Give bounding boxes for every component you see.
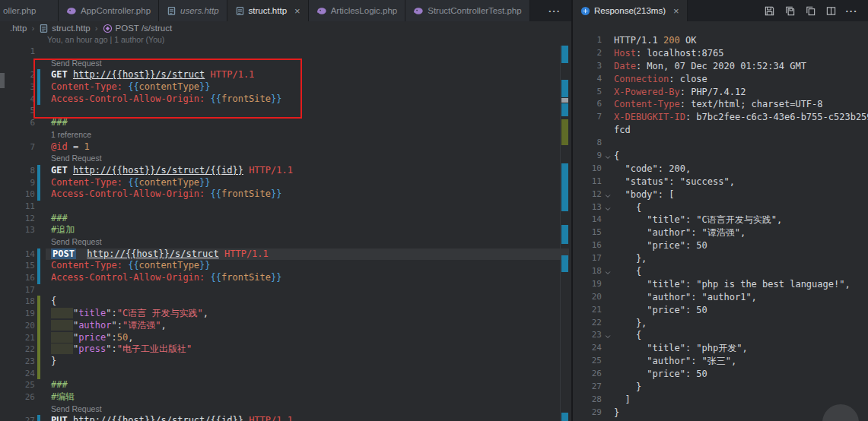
response-line[interactable]: 3Date: Mon, 07 Dec 2020 01:52:34 GMT [573, 60, 868, 73]
code-line[interactable]: 10Access-Control-Allow-Origin: {{frontSi… [0, 188, 571, 201]
save-copy-button[interactable] [780, 0, 800, 21]
more-button[interactable]: ··· [841, 0, 862, 21]
code-line[interactable]: 16Access-Control-Allow-Origin: {{frontSi… [0, 272, 571, 284]
line-number: 4 [573, 73, 602, 86]
codelens[interactable]: Send Request [0, 58, 571, 70]
line-number: 22 [573, 317, 602, 330]
line-number: 18 [573, 265, 602, 278]
code-line[interactable]: 3Content-Type: {{contentType}} [0, 81, 571, 93]
code-line[interactable]: 15Content-Type: {{contentType}} [0, 260, 571, 272]
response-line[interactable]: 14 "title": "C语言开发与实践", [573, 214, 868, 226]
tab-users.http[interactable]: users.http [159, 0, 227, 21]
response-editor[interactable]: 1HTTP/1.1 200 OK2Host: localhost:87653Da… [573, 21, 868, 421]
copy-button[interactable] [800, 0, 821, 21]
tab-label: struct.http [249, 6, 288, 15]
breadcrumb-item[interactable]: .http [10, 24, 27, 33]
left-more-actions-button[interactable]: ··· [538, 0, 571, 21]
response-line[interactable]: 21 "price": 50 [573, 304, 868, 317]
response-line[interactable]: 19 "title": "php is the best language!", [573, 278, 868, 291]
code-line[interactable]: 27PUT http://{{host}}/s/struct/{{id}} HT… [0, 415, 571, 421]
overview-ruler-border [560, 46, 561, 421]
http-file-editor[interactable]: 1Send Request2GET http://{{host}}/s/stru… [0, 46, 571, 421]
response-line[interactable]: 15 "author": "谭浩强", [573, 226, 868, 239]
code-line[interactable]: 25### [0, 379, 571, 391]
tab-struct.http[interactable]: struct.http× [227, 0, 309, 21]
response-line[interactable]: 17 }, [573, 252, 868, 265]
response-line[interactable]: 20 "author": "author1", [573, 291, 868, 304]
code-line[interactable]: 17 [0, 284, 571, 296]
code-line[interactable]: 9Content-Type: {{contentType}} [0, 177, 571, 189]
more-icon: ··· [548, 5, 561, 17]
code-line[interactable]: 14POST http://{{host}}/s/struct HTTP/1.1 [0, 248, 571, 261]
response-line[interactable]: 27 } [573, 381, 868, 394]
code-line[interactable]: 22 "press":"电子工业出版社" [0, 343, 571, 356]
response-line[interactable]: 2Host: localhost:8765 [573, 47, 868, 60]
line-number: 8 [0, 165, 35, 177]
response-line[interactable]: 16 "price": 50 [573, 239, 868, 252]
tab-StructControllerTest.php[interactable]: StructControllerTest.php [405, 0, 529, 21]
line-number: 24 [573, 342, 602, 355]
response-line[interactable]: 26 "price": 50 [573, 368, 868, 381]
gitlens-blame-annotation[interactable]: You, an hour ago | 1 author (You) [0, 35, 571, 46]
codelens[interactable]: Send Request [0, 404, 571, 416]
response-line[interactable]: 4Connection: close [573, 73, 868, 86]
breadcrumb-item[interactable]: struct.http [39, 24, 91, 33]
code-line[interactable]: 7@id = 1 [0, 141, 571, 154]
response-line[interactable]: 9{ [573, 150, 868, 163]
code-line[interactable]: 1 [0, 46, 571, 58]
code-line[interactable]: 2GET http://{{host}}/s/struct HTTP/1.1 [0, 69, 571, 81]
tab-response[interactable]: Response(213ms) × [573, 0, 688, 21]
code-line[interactable]: 6### [0, 117, 571, 129]
close-icon[interactable]: × [294, 6, 300, 16]
tab-oller.php[interactable]: oller.php [0, 0, 59, 21]
tab-AppController.php[interactable]: AppController.php [59, 0, 159, 21]
code-line[interactable]: 8GET http://{{host}}/s/struct/{{id}} HTT… [0, 165, 571, 177]
code-line[interactable]: 24 [0, 368, 571, 380]
response-line[interactable]: 28 ] [573, 394, 868, 407]
codelens[interactable]: Send Request [0, 153, 571, 165]
response-line[interactable]: 25 "author": "张三", [573, 355, 868, 368]
response-line[interactable]: 8 [573, 137, 868, 150]
git-added-gutter [37, 296, 40, 308]
line-number: 16 [573, 239, 602, 252]
response-line[interactable]: 1HTTP/1.1 200 OK [573, 34, 868, 47]
close-icon[interactable]: × [673, 6, 679, 16]
save-button[interactable] [759, 0, 780, 21]
response-line[interactable]: 7X-DEBUGKIT-ID: b7bc2fee-c6c3-43e6-b755-… [573, 111, 868, 124]
code-line[interactable]: 26#编辑 [0, 391, 571, 404]
save-copy-icon [784, 5, 796, 17]
line-number: 7 [0, 141, 35, 154]
codelens[interactable]: 1 reference [0, 129, 571, 141]
code-line[interactable]: 4Access-Control-Allow-Origin: {{frontSit… [0, 93, 571, 106]
code-line[interactable]: 13#追加 [0, 224, 571, 236]
code-line[interactable]: 21 "price":50, [0, 332, 571, 344]
response-line[interactable]: 11 "status": "success", [573, 176, 868, 188]
code-line[interactable]: 11 [0, 201, 571, 213]
response-line[interactable]: 24 "title": "php开发", [573, 342, 868, 355]
codelens[interactable]: Send Request [0, 236, 571, 248]
line-number: 15 [0, 260, 35, 272]
code-line[interactable]: 12### [0, 213, 571, 225]
line-number: 20 [0, 320, 35, 332]
code-line[interactable]: 18{ [0, 296, 571, 308]
response-line[interactable]: 5X-Powered-By: PHP/7.4.12 [573, 86, 868, 99]
tab-label: users.http [180, 6, 219, 15]
response-line[interactable]: 13 { [573, 201, 868, 214]
response-line[interactable]: 12 "body": [ [573, 188, 868, 201]
code-line[interactable]: 19 "title":"C语言 开发与实践", [0, 308, 571, 320]
code-line[interactable]: 20 "author":"谭浩强", [0, 320, 571, 332]
line-number: 6 [573, 98, 602, 111]
code-line[interactable]: 5 [0, 105, 571, 117]
code-line[interactable]: 23} [0, 356, 571, 368]
response-line[interactable]: 22 }, [573, 317, 868, 330]
more-icon: ··· [846, 5, 858, 17]
response-line[interactable]: 23 { [573, 329, 868, 342]
http-icon [167, 6, 176, 16]
response-line[interactable]: 6Content-Type: text/html; charset=UTF-8 [573, 98, 868, 111]
response-line[interactable]: 10 "code": 200, [573, 163, 868, 176]
response-line[interactable]: 18 { [573, 265, 868, 278]
breadcrumb-item[interactable]: POST /s/struct [103, 24, 173, 33]
split-editor-button[interactable] [821, 0, 841, 21]
tab-ArticlesLogic.php[interactable]: ArticlesLogic.php [309, 0, 406, 21]
response-line[interactable]: fcd [573, 124, 868, 137]
